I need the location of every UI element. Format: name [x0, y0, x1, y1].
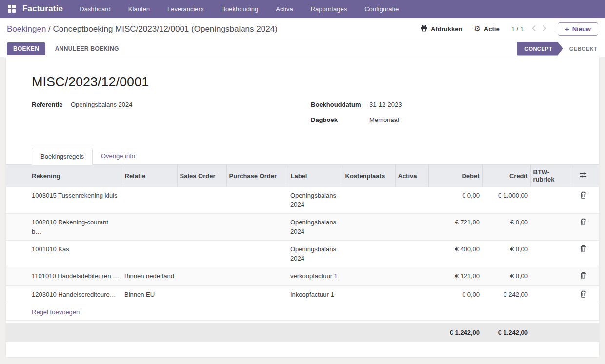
cell-asset[interactable] [395, 267, 428, 286]
tab-overige-info[interactable]: Overige info [93, 148, 143, 164]
trash-icon[interactable] [580, 218, 586, 225]
journal-field[interactable]: Memoriaal [369, 116, 399, 123]
cell-partner[interactable] [122, 187, 177, 214]
cell-partner[interactable]: Binnen EU [122, 286, 177, 304]
cell-debit[interactable]: € 721,00 [428, 214, 482, 241]
cell-asset[interactable] [395, 187, 428, 214]
reference-label: Referentie [32, 101, 71, 108]
menu-activa[interactable]: Activa [273, 3, 296, 15]
cell-label[interactable]: Openingsbalans 2024 [288, 214, 343, 241]
cell-sales-order[interactable] [177, 267, 226, 286]
col-btw-rubriek[interactable]: BTW-rubriek [530, 165, 573, 187]
cell-credit[interactable]: € 0,00 [482, 214, 530, 241]
trash-icon[interactable] [580, 245, 586, 252]
cell-purchase-order[interactable] [226, 267, 288, 286]
cell-account[interactable]: 1203010 Handelscrediteure… [6, 286, 122, 304]
cell-label[interactable]: Openingsbalans 2024 [288, 187, 343, 214]
col-rekening[interactable]: Rekening [6, 165, 122, 187]
cell-purchase-order[interactable] [226, 187, 288, 214]
menu-leveranciers[interactable]: Leveranciers [164, 3, 206, 15]
cell-asset[interactable] [395, 241, 428, 267]
totals-row: € 1.242,00 € 1.242,00 [6, 323, 599, 342]
col-sales-order[interactable]: Sales Order [177, 165, 226, 187]
menu-rapportages[interactable]: Rapportages [308, 3, 350, 15]
cell-purchase-order[interactable] [226, 286, 288, 304]
menu-dashboard[interactable]: Dashboard [77, 3, 114, 15]
cell-debit[interactable]: € 121,00 [428, 267, 482, 286]
col-credit[interactable]: Credit [482, 165, 530, 187]
menu-klanten[interactable]: Klanten [125, 3, 153, 15]
trash-icon[interactable] [580, 191, 586, 199]
chevron-left-icon[interactable] [531, 25, 536, 33]
add-line-row: Regel toevoegen [6, 304, 599, 321]
cell-account[interactable]: 1001010 Kas [6, 241, 122, 267]
cell-tax-grid[interactable] [530, 187, 573, 214]
cell-account[interactable]: 1101010 Handelsdebiteuren … [6, 267, 122, 286]
journal-items-table: Rekening Relatie Sales Order Purchase Or… [6, 165, 599, 342]
cell-asset[interactable] [395, 214, 428, 241]
cell-credit[interactable]: € 0,00 [482, 267, 530, 286]
cancel-entry-button[interactable]: ANNULEER BOEKING [55, 45, 119, 52]
col-label[interactable]: Label [288, 165, 343, 187]
cell-analytic[interactable] [343, 187, 395, 214]
apps-grid-icon[interactable] [8, 5, 16, 13]
cell-credit[interactable]: € 242,00 [482, 286, 530, 304]
cell-account[interactable]: 1002010 Rekening-courant b… [6, 214, 122, 241]
state-geboekt[interactable]: GEBOEKT [569, 46, 597, 52]
statusbar: CONCEPT GEBOEKT [517, 42, 599, 56]
trash-icon[interactable] [580, 290, 586, 298]
cell-partner[interactable] [122, 241, 177, 267]
cell-sales-order[interactable] [177, 241, 226, 267]
chevron-right-icon[interactable] [543, 25, 547, 33]
optional-columns-icon[interactable] [573, 165, 599, 187]
cell-account[interactable]: 1003015 Tussenrekening kluis [6, 187, 122, 214]
col-kostenplaats[interactable]: Kostenplaats [343, 165, 395, 187]
print-button[interactable]: Afdrukken [421, 25, 462, 33]
date-field[interactable]: 31-12-2023 [369, 101, 402, 108]
cell-debit[interactable]: € 400,00 [428, 241, 482, 267]
cell-analytic[interactable] [343, 286, 395, 304]
col-activa[interactable]: Activa [395, 165, 428, 187]
trash-icon[interactable] [580, 272, 586, 279]
cell-asset[interactable] [395, 286, 428, 304]
cell-analytic[interactable] [343, 267, 395, 286]
cell-label[interactable]: verkoopfactuur 1 [288, 267, 343, 286]
action-button[interactable]: ⚙ Actie [474, 25, 499, 33]
gear-icon: ⚙ [474, 25, 480, 33]
pager-counter: 1 / 1 [511, 25, 524, 33]
cell-analytic[interactable] [343, 241, 395, 267]
cell-label[interactable]: Inkoopfactuur 1 [288, 286, 343, 304]
cell-label[interactable]: Openingsbalans 2024 [288, 241, 343, 267]
post-button[interactable]: BOEKEN [7, 42, 45, 55]
cell-sales-order[interactable] [177, 187, 226, 214]
cell-sales-order[interactable] [177, 214, 226, 241]
tab-boekingsregels[interactable]: Boekingsregels [32, 148, 93, 165]
cell-tax-grid[interactable] [530, 267, 573, 286]
cell-partner[interactable] [122, 214, 177, 241]
new-button[interactable]: + Nieuw [558, 22, 598, 36]
cell-credit[interactable]: € 1.000,00 [482, 187, 530, 214]
cell-sales-order[interactable] [177, 286, 226, 304]
app-name[interactable]: Facturatie [22, 4, 63, 14]
reference-field[interactable]: Openingsbalans 2024 [71, 101, 133, 108]
cell-analytic[interactable] [343, 214, 395, 241]
add-line-link[interactable]: Regel toevoegen [32, 308, 80, 316]
menu-boekhouding[interactable]: Boekhouding [218, 3, 261, 15]
state-concept[interactable]: CONCEPT [517, 42, 563, 56]
cell-partner[interactable]: Binnen nederland [122, 267, 177, 286]
cell-purchase-order[interactable] [226, 214, 288, 241]
cell-tax-grid[interactable] [530, 241, 573, 267]
cell-tax-grid[interactable] [530, 214, 573, 241]
cell-debit[interactable]: € 0,00 [428, 187, 482, 214]
journal-label: Dagboek [311, 116, 369, 123]
col-debet[interactable]: Debet [428, 165, 482, 187]
cell-debit[interactable]: € 0,00 [428, 286, 482, 304]
menu-configuratie[interactable]: Configuratie [362, 3, 402, 15]
top-navbar: Facturatie Dashboard Klanten Leverancier… [0, 0, 605, 18]
cell-credit[interactable]: € 0,00 [482, 241, 530, 267]
cell-purchase-order[interactable] [226, 241, 288, 267]
col-purchase-order[interactable]: Purchase Order [226, 165, 288, 187]
col-relatie[interactable]: Relatie [122, 165, 177, 187]
breadcrumb-parent-link[interactable]: Boekingen [7, 24, 46, 34]
cell-tax-grid[interactable] [530, 286, 573, 304]
